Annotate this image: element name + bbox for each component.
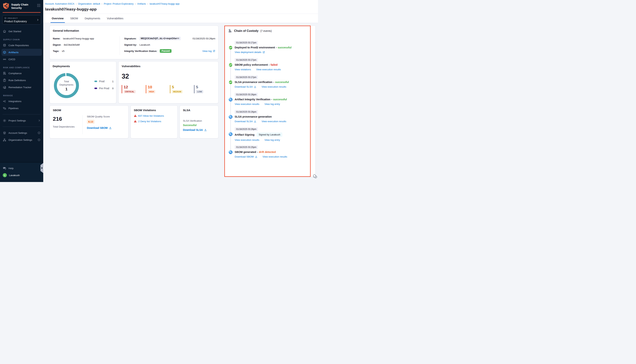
sidebar-item-label: Project Settings [8,119,26,122]
view-deployment-details-link[interactable]: View deployment details [235,51,265,54]
view-execution-results-link[interactable]: View execution results [235,103,259,106]
sidebar-item-label: CI/CD [8,58,15,61]
tab-sbom[interactable]: SBOM [70,14,78,23]
module-grid-icon[interactable] [37,4,41,7]
sidebar-item-compliance[interactable]: Compliance [0,70,43,77]
link-label: View log entry [264,138,280,141]
main-area: Account: Automation-SSCA›Organization: d… [43,0,318,182]
sidebar-item-user[interactable]: L Lavakush [0,172,43,179]
breadcrumb-project[interactable]: Project: Product Exploratory [104,2,134,5]
event-links: Download SLSA View execution results [235,120,306,123]
info-icon [38,138,40,141]
legend-label: Pre Prod [99,87,112,90]
external-link-icon [213,50,215,52]
sidebar-item-code-repositories[interactable]: Code Repositories [0,42,43,49]
event-title-row: SBOM generated - drift detected [235,150,306,154]
sidebar-item-label: Compliance [8,72,22,75]
event-title-row: Artifact Integrity Verification - succes… [235,98,306,101]
event-status: failed [270,63,278,66]
legend-swatch-prod [94,80,97,82]
sidebar-item-organization-settings[interactable]: Organization Settings [0,136,43,143]
total-deployments-value: 1 [65,87,68,91]
legend-swatch-preprod [94,88,97,89]
view-execution-results-link[interactable]: View execution results [262,155,287,158]
home-icon [3,30,6,33]
pipelines-icon [3,106,6,110]
view-execution-results-link[interactable]: View execution results [235,138,259,141]
link-label: View execution results [262,120,286,123]
overview-cards: General Information Name: lavakush07/eas… [50,26,218,182]
allow-list-violations-row: 637 Allow list Violations [134,114,178,117]
code-repository-icon [3,44,6,47]
download-sbom-link[interactable]: Download SBOM [235,155,258,158]
signed-by-badge: Signed by Lavakush [257,132,282,137]
tab-overview[interactable]: Overview [52,14,64,23]
tags-label: Tags: [53,50,59,52]
sidebar-item-label: Remediation Tracker [8,86,32,89]
sidebar-item-project-settings[interactable]: Project Settings [0,117,43,124]
download-slsa-label: Download SLSA [183,128,203,132]
breadcrumb-current[interactable]: lavakush07/easy-buggy-app [150,2,180,5]
signed-by-label: Signed by: [124,44,137,46]
download-icon [109,126,112,129]
deny-list-violations-link[interactable]: 2 Deny list Violations [138,120,161,123]
app-root: Supply Chain Security PROJECT Product Ex… [0,0,318,182]
sidebar-footer: Help L Lavakush [0,162,43,182]
event-status: drift detected [259,150,276,154]
event-title-row: Artifact Signing Signed by Lavakush [235,132,306,137]
sidebar-item-pipelines[interactable]: Pipelines [0,105,43,112]
event-title: Artifact Integrity Verification [235,98,270,101]
view-execution-results-link[interactable]: View execution results [262,120,286,123]
card-title: Deployments [53,64,116,68]
breadcrumb-organization[interactable]: Organization: default [78,2,100,5]
view-execution-results-link[interactable]: View execution results [256,68,281,71]
download-slsa-link[interactable]: Download SLSA [235,86,256,88]
view-log-link[interactable]: View log [202,50,215,52]
breadcrumb: Account: Automation-SSCA›Organization: d… [43,0,318,5]
breadcrumb-separator: › [102,2,102,5]
organization-icon [3,138,6,142]
sidebar-item-rule-definitions[interactable]: Rule Definitions [0,77,43,84]
breadcrumb-artifacts[interactable]: Artifacts [137,2,146,5]
coc-event-deployed-prod2: 01/16/2025 03:27pm Deployed to Prod2 env… [228,41,306,54]
separator: - [273,80,274,84]
view-execution-results-link[interactable]: View execution results [262,86,286,88]
section-manage: MANAGE [3,94,43,96]
sidebar-item-remediation-tracker[interactable]: Remediation Tracker [0,84,43,91]
info-icon [38,132,40,134]
quality-score-label: SBOM Quality Score [87,115,112,118]
tab-deployments[interactable]: Deployments [85,14,100,23]
clipboard-check-icon [3,78,6,82]
link-label: View execution results [235,138,259,141]
coc-event-artifact-signing: 01/16/2025 03:26pm Artifact Signing Sign… [228,127,306,141]
event-status: successful [278,46,292,49]
quality-score-badge: 6.13 [87,120,94,124]
event-links: View execution results View log entry [235,138,306,141]
view-violations-link[interactable]: View violations [235,68,251,71]
tab-vulnerabilities[interactable]: Vulnerabilities [107,14,124,23]
project-selector[interactable]: PROJECT Product Exploratory [2,15,41,24]
sidebar-item-label: Pipelines [8,107,18,110]
scan-event-icon [228,132,233,136]
sidebar-item-get-started[interactable]: Get Started [0,28,43,35]
support-chat-icon[interactable] [313,174,318,179]
view-log-entry-link[interactable]: View log entry [264,138,280,141]
breadcrumb-account[interactable]: Account: Automation-SSCA [45,2,74,5]
card-title: SLSA [183,108,218,112]
download-sbom-link[interactable]: Download SBOM [87,126,112,129]
link-label: View execution results [235,103,259,106]
pipeline-event-icon [228,46,233,50]
digest-value: 8d23bd3b5d8f [64,44,80,46]
sidebar-item-help[interactable]: Help [0,165,43,172]
download-slsa-link[interactable]: Download SLSA [235,120,256,123]
sidebar-item-artifacts[interactable]: Artifacts [2,49,42,56]
allow-list-violations-link[interactable]: 637 Allow list Violations [138,114,164,117]
sidebar-item-account-settings[interactable]: Account Settings [0,129,43,136]
view-log-entry-link[interactable]: View log entry [264,103,280,106]
sidebar-item-integrations[interactable]: Integrations [0,98,43,105]
download-slsa-link[interactable]: Download SLSA [183,128,218,132]
status-badge-passed: Passed [160,49,172,53]
sidebar-item-cicd[interactable]: CI/CD [0,56,43,63]
event-timestamp: 01/16/2025 03:26pm [235,110,258,114]
event-links: View deployment details [235,51,306,54]
